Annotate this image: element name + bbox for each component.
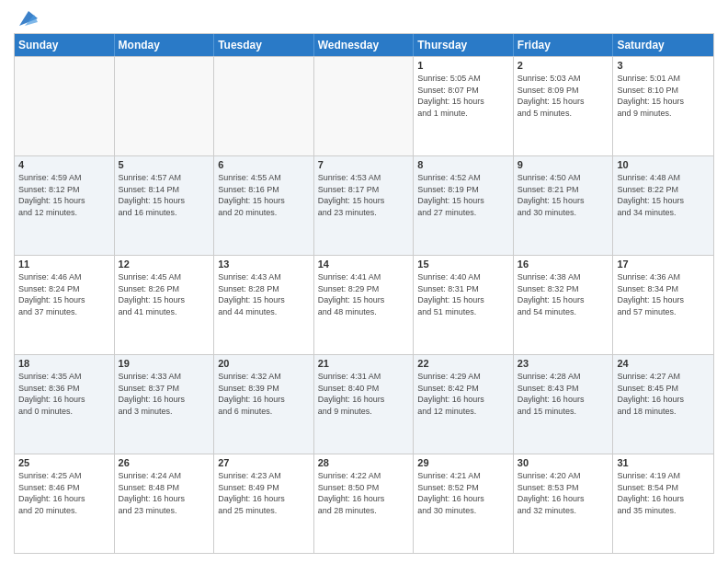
cal-cell: 12Sunrise: 4:45 AM Sunset: 8:26 PM Dayli… [115,256,215,354]
cal-cell: 7Sunrise: 4:53 AM Sunset: 8:17 PM Daylig… [314,156,415,255]
day-number: 12 [119,259,210,270]
cal-cell: 1Sunrise: 5:05 AM Sunset: 8:07 PM Daylig… [414,57,514,155]
day-info: Sunrise: 4:38 AM Sunset: 8:32 PM Dayligh… [518,271,609,317]
day-info: Sunrise: 4:55 AM Sunset: 8:16 PM Dayligh… [218,172,310,218]
day-number: 3 [617,60,710,71]
cal-cell: 29Sunrise: 4:21 AM Sunset: 8:52 PM Dayli… [414,454,514,553]
day-number: 2 [518,60,609,71]
day-info: Sunrise: 4:33 AM Sunset: 8:37 PM Dayligh… [119,371,210,417]
day-info: Sunrise: 4:19 AM Sunset: 8:54 PM Dayligh… [617,470,710,516]
cal-cell: 9Sunrise: 4:50 AM Sunset: 8:21 PM Daylig… [514,156,614,255]
day-info: Sunrise: 4:50 AM Sunset: 8:21 PM Dayligh… [518,172,609,218]
cal-cell: 27Sunrise: 4:23 AM Sunset: 8:49 PM Dayli… [214,454,314,553]
cal-cell: 4Sunrise: 4:59 AM Sunset: 8:12 PM Daylig… [15,156,115,255]
cal-cell: 22Sunrise: 4:29 AM Sunset: 8:42 PM Dayli… [414,355,514,454]
day-number: 25 [18,457,110,468]
day-number: 6 [218,159,310,170]
day-number: 28 [318,457,410,468]
day-info: Sunrise: 4:35 AM Sunset: 8:36 PM Dayligh… [18,371,110,417]
cal-cell: 23Sunrise: 4:28 AM Sunset: 8:43 PM Dayli… [514,355,614,454]
day-number: 7 [318,159,410,170]
day-info: Sunrise: 4:53 AM Sunset: 8:17 PM Dayligh… [318,172,410,218]
cal-header-day: Friday [514,34,614,56]
day-number: 1 [417,60,509,71]
day-number: 15 [417,259,509,270]
day-info: Sunrise: 4:52 AM Sunset: 8:19 PM Dayligh… [417,172,509,218]
logo-icon [16,9,38,28]
day-info: Sunrise: 4:21 AM Sunset: 8:52 PM Dayligh… [417,470,509,516]
cal-cell: 18Sunrise: 4:35 AM Sunset: 8:36 PM Dayli… [15,355,115,454]
day-number: 24 [617,358,710,369]
cal-cell: 19Sunrise: 4:33 AM Sunset: 8:37 PM Dayli… [115,355,215,454]
cal-cell [314,57,415,155]
day-number: 17 [617,259,710,270]
cal-cell: 21Sunrise: 4:31 AM Sunset: 8:40 PM Dayli… [314,355,415,454]
cal-cell [214,57,314,155]
day-info: Sunrise: 4:20 AM Sunset: 8:53 PM Dayligh… [518,470,609,516]
day-number: 22 [417,358,509,369]
cal-header-day: Wednesday [314,34,415,56]
cal-cell: 30Sunrise: 4:20 AM Sunset: 8:53 PM Dayli… [514,454,614,553]
cal-cell: 31Sunrise: 4:19 AM Sunset: 8:54 PM Dayli… [613,454,713,553]
cal-cell: 16Sunrise: 4:38 AM Sunset: 8:32 PM Dayli… [514,256,614,354]
calendar-body: 1Sunrise: 5:05 AM Sunset: 8:07 PM Daylig… [15,56,713,553]
day-number: 10 [617,159,710,170]
day-info: Sunrise: 4:41 AM Sunset: 8:29 PM Dayligh… [318,271,410,317]
cal-header-day: Tuesday [214,34,314,56]
day-number: 4 [18,159,110,170]
day-info: Sunrise: 4:40 AM Sunset: 8:31 PM Dayligh… [417,271,509,317]
calendar-header: SundayMondayTuesdayWednesdayThursdayFrid… [15,34,713,56]
cal-cell: 17Sunrise: 4:36 AM Sunset: 8:34 PM Dayli… [613,256,713,354]
cal-cell: 15Sunrise: 4:40 AM Sunset: 8:31 PM Dayli… [414,256,514,354]
day-number: 14 [318,259,410,270]
day-info: Sunrise: 4:29 AM Sunset: 8:42 PM Dayligh… [417,371,509,417]
cal-header-day: Monday [115,34,215,56]
day-info: Sunrise: 5:05 AM Sunset: 8:07 PM Dayligh… [417,73,509,119]
cal-cell: 13Sunrise: 4:43 AM Sunset: 8:28 PM Dayli… [214,256,314,354]
cal-cell: 26Sunrise: 4:24 AM Sunset: 8:48 PM Dayli… [115,454,215,553]
day-number: 27 [218,457,310,468]
cal-header-day: Saturday [613,34,713,56]
cal-header-day: Thursday [414,34,514,56]
calendar: SundayMondayTuesdayWednesdayThursdayFrid… [14,33,714,554]
cal-cell: 25Sunrise: 4:25 AM Sunset: 8:46 PM Dayli… [15,454,115,553]
cal-cell: 6Sunrise: 4:55 AM Sunset: 8:16 PM Daylig… [214,156,314,255]
day-info: Sunrise: 4:22 AM Sunset: 8:50 PM Dayligh… [318,470,410,516]
cal-week-row: 1Sunrise: 5:05 AM Sunset: 8:07 PM Daylig… [15,56,713,155]
cal-week-row: 25Sunrise: 4:25 AM Sunset: 8:46 PM Dayli… [15,454,713,553]
cal-header-day: Sunday [15,34,115,56]
day-info: Sunrise: 5:03 AM Sunset: 8:09 PM Dayligh… [518,73,609,119]
day-number: 31 [617,457,710,468]
cal-week-row: 4Sunrise: 4:59 AM Sunset: 8:12 PM Daylig… [15,155,713,255]
day-number: 30 [518,457,609,468]
cal-cell [15,57,115,155]
cal-week-row: 11Sunrise: 4:46 AM Sunset: 8:24 PM Dayli… [15,255,713,354]
day-info: Sunrise: 4:57 AM Sunset: 8:14 PM Dayligh… [119,172,210,218]
day-number: 18 [18,358,110,369]
day-info: Sunrise: 4:36 AM Sunset: 8:34 PM Dayligh… [617,271,710,317]
day-info: Sunrise: 4:45 AM Sunset: 8:26 PM Dayligh… [119,271,210,317]
cal-week-row: 18Sunrise: 4:35 AM Sunset: 8:36 PM Dayli… [15,354,713,454]
day-info: Sunrise: 5:01 AM Sunset: 8:10 PM Dayligh… [617,73,710,119]
day-number: 11 [18,259,110,270]
day-info: Sunrise: 4:27 AM Sunset: 8:45 PM Dayligh… [617,371,710,417]
page: SundayMondayTuesdayWednesdayThursdayFrid… [0,0,728,563]
day-info: Sunrise: 4:25 AM Sunset: 8:46 PM Dayligh… [18,470,110,516]
cal-cell: 3Sunrise: 5:01 AM Sunset: 8:10 PM Daylig… [613,57,713,155]
day-number: 19 [119,358,210,369]
day-info: Sunrise: 4:43 AM Sunset: 8:28 PM Dayligh… [218,271,310,317]
day-number: 9 [518,159,609,170]
day-number: 16 [518,259,609,270]
day-info: Sunrise: 4:48 AM Sunset: 8:22 PM Dayligh… [617,172,710,218]
cal-cell: 5Sunrise: 4:57 AM Sunset: 8:14 PM Daylig… [115,156,215,255]
cal-cell: 2Sunrise: 5:03 AM Sunset: 8:09 PM Daylig… [514,57,614,155]
cal-cell: 8Sunrise: 4:52 AM Sunset: 8:19 PM Daylig… [414,156,514,255]
header [14,9,714,28]
cal-cell: 14Sunrise: 4:41 AM Sunset: 8:29 PM Dayli… [314,256,415,354]
day-number: 5 [119,159,210,170]
day-info: Sunrise: 4:28 AM Sunset: 8:43 PM Dayligh… [518,371,609,417]
cal-cell: 20Sunrise: 4:32 AM Sunset: 8:39 PM Dayli… [214,355,314,454]
day-number: 23 [518,358,609,369]
day-number: 21 [318,358,410,369]
day-info: Sunrise: 4:46 AM Sunset: 8:24 PM Dayligh… [18,271,110,317]
